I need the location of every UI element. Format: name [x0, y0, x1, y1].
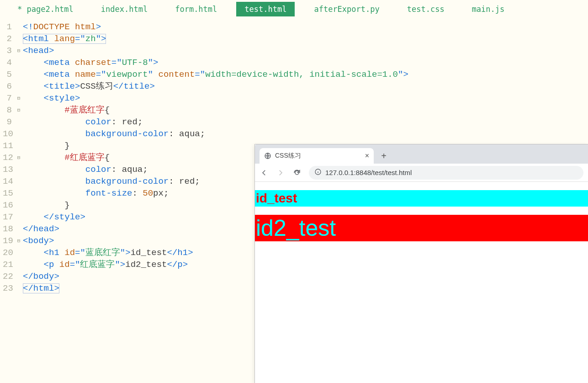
browser-tab-title: CSS练习 [275, 152, 361, 160]
address-text: 127.0.0.1:8848/test/test.html [325, 169, 412, 176]
tab-testcss[interactable]: test.css [399, 2, 453, 16]
back-button[interactable] [260, 168, 269, 177]
line-number: 11 [3, 140, 12, 152]
line-number: 22 [3, 271, 12, 282]
line-number: 1 [3, 21, 12, 33]
fold-marker [16, 128, 22, 140]
new-tab-button[interactable]: + [377, 149, 390, 162]
fold-marker [16, 211, 22, 223]
line-number: 12 [3, 152, 12, 164]
line-number: 2 [3, 33, 12, 45]
editor-tabbar: * page2.html index.html form.html test.h… [0, 0, 588, 18]
fold-marker [16, 69, 22, 80]
fold-marker [16, 57, 22, 69]
tab-form[interactable]: form.html [167, 2, 225, 16]
fold-marker [16, 80, 22, 92]
browser-tabstrip: CSS练习 × + [255, 144, 588, 164]
line-number: 6 [3, 80, 12, 92]
rendered-p: id2_test [255, 215, 588, 241]
site-info-icon[interactable] [314, 168, 322, 177]
line-number: 13 [3, 164, 12, 176]
line-number: 8 [3, 104, 12, 116]
line-number: 7 [3, 92, 12, 104]
close-tab-icon[interactable]: × [365, 152, 369, 160]
fold-marker [16, 187, 22, 199]
line-number: 17 [3, 211, 12, 223]
fold-marker[interactable]: ⊟ [16, 235, 22, 247]
fold-marker [16, 176, 22, 187]
line-number: 15 [3, 187, 12, 199]
line-number: 9 [3, 116, 12, 128]
rendered-h1: id_test [255, 190, 588, 207]
browser-viewport[interactable]: id_test id2_test [255, 190, 588, 241]
line-number: 20 [3, 247, 12, 259]
line-number-gutter: 1234567891011121314151617181920212223 [0, 21, 16, 294]
tab-afterexport[interactable]: afterExport.py [306, 2, 387, 16]
tab-mainjs[interactable]: main.js [464, 2, 513, 16]
fold-marker [16, 282, 22, 294]
globe-icon [264, 152, 271, 160]
line-number: 19 [3, 235, 12, 247]
tab-page2[interactable]: * page2.html [9, 2, 82, 16]
fold-marker [16, 223, 22, 235]
reload-button[interactable] [292, 168, 302, 177]
forward-button[interactable] [276, 168, 285, 177]
fold-marker[interactable]: ⊟ [16, 45, 22, 57]
browser-window: CSS练习 × + 127.0.0.1:8848/test/test.html … [254, 144, 588, 383]
fold-marker[interactable]: ⊟ [16, 152, 22, 164]
line-number: 4 [3, 57, 12, 69]
fold-marker [16, 33, 22, 45]
line-number: 5 [3, 69, 12, 80]
fold-marker [16, 164, 22, 176]
line-number: 14 [3, 176, 12, 187]
fold-marker [16, 247, 22, 259]
fold-marker[interactable]: ⊟ [16, 104, 22, 116]
line-number: 18 [3, 223, 12, 235]
fold-marker [16, 199, 22, 211]
fold-marker [16, 21, 22, 33]
fold-marker [16, 271, 22, 282]
browser-tab[interactable]: CSS练习 × [260, 148, 374, 164]
fold-marker[interactable]: ⊟ [16, 92, 22, 104]
address-bar[interactable]: 127.0.0.1:8848/test/test.html [309, 166, 583, 180]
fold-marker [16, 140, 22, 152]
tab-test[interactable]: test.html [236, 2, 295, 16]
line-number: 21 [3, 259, 12, 271]
browser-toolbar: 127.0.0.1:8848/test/test.html [255, 164, 588, 182]
fold-marker [16, 259, 22, 271]
line-number: 23 [3, 282, 12, 294]
tab-index[interactable]: index.html [93, 2, 156, 16]
fold-gutter: ⊟⊟⊟⊟⊟ [16, 21, 22, 294]
fold-marker [16, 116, 22, 128]
line-number: 16 [3, 199, 12, 211]
line-number: 10 [3, 128, 12, 140]
line-number: 3 [3, 45, 12, 57]
